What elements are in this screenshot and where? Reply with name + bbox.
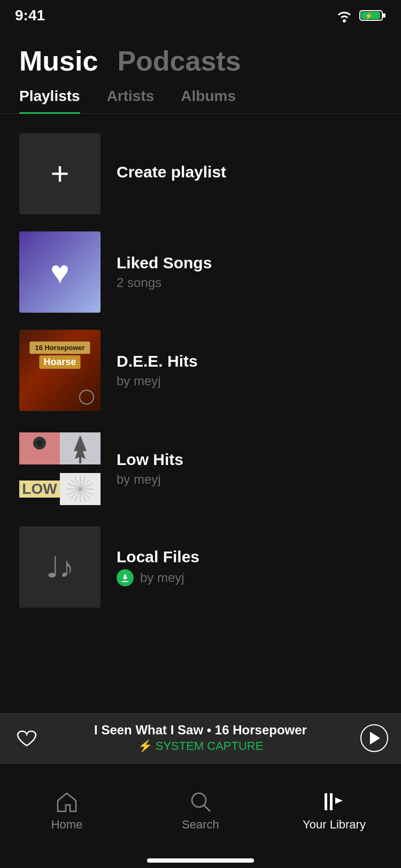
music-note-icon: ♩♪ — [46, 551, 74, 584]
dee-circle-icon — [79, 390, 94, 405]
now-playing-title: I Seen What I Saw • 16 Horsepower — [49, 723, 352, 738]
bottom-nav: Home Search Your Library — [0, 763, 401, 868]
status-icons: ⚡ — [335, 9, 386, 22]
nav-label-home: Home — [51, 818, 83, 832]
download-icon — [120, 572, 130, 583]
svg-rect-21 — [330, 793, 333, 810]
svg-text:⚡: ⚡ — [365, 12, 373, 20]
nav-label-search: Search — [182, 818, 219, 832]
tab-artists[interactable]: Artists — [107, 88, 155, 113]
speaker-icon — [24, 432, 56, 464]
playlist-meta: by meyj — [117, 569, 382, 586]
playlist-meta: by meyj — [117, 472, 382, 487]
svg-point-18 — [192, 793, 206, 807]
local-files-thumb: ♩♪ — [19, 526, 101, 608]
playlist-name: Create playlist — [117, 163, 382, 181]
svg-line-19 — [204, 805, 210, 811]
home-icon — [55, 790, 79, 813]
playlist-name: Low Hits — [117, 451, 382, 469]
list-item[interactable]: LOW Low Hits by meyj — [0, 420, 401, 518]
nav-item-home[interactable]: Home — [0, 781, 134, 832]
starburst-icon — [64, 473, 96, 505]
home-indicator — [147, 858, 254, 863]
playlist-name: D.E.E. Hits — [117, 352, 382, 370]
playlist-meta: 2 songs — [117, 275, 382, 290]
tab-playlists[interactable]: Playlists — [19, 88, 80, 113]
download-badge — [117, 569, 134, 586]
playlist-info: Create playlist — [117, 163, 382, 184]
list-item[interactable]: 16 Horsepower Hoarse D.E.E. Hits by meyj — [0, 321, 401, 420]
now-playing-play-button[interactable] — [360, 724, 388, 752]
tabs-bar: Playlists Artists Albums — [0, 88, 401, 114]
now-playing-info[interactable]: I Seen What I Saw • 16 Horsepower ⚡ SYST… — [49, 723, 352, 753]
playlist-info: D.E.E. Hits by meyj — [117, 352, 382, 389]
library-icon — [322, 790, 346, 813]
now-playing-bar: I Seen What I Saw • 16 Horsepower ⚡ SYST… — [0, 713, 401, 763]
nav-label-library: Your Library — [303, 818, 366, 832]
svg-rect-1 — [383, 13, 385, 18]
status-bar: 9:41 ⚡ — [0, 0, 401, 29]
playlist-name: Local Files — [117, 548, 382, 566]
now-playing-source: ⚡ SYSTEM CAPTURE — [49, 739, 352, 753]
now-playing-heart[interactable] — [13, 724, 41, 752]
playlist-info: Local Files by meyj — [117, 548, 382, 586]
svg-marker-17 — [370, 732, 380, 745]
battery-icon: ⚡ — [359, 9, 386, 22]
dee-hits-thumb: 16 Horsepower Hoarse — [19, 330, 101, 411]
list-item[interactable]: ♩♪ Local Files by meyj — [0, 518, 401, 616]
play-icon — [368, 732, 380, 745]
nav-item-search[interactable]: Search — [134, 781, 267, 832]
plus-icon: + — [50, 158, 69, 190]
nav-item-library[interactable]: Your Library — [267, 781, 401, 832]
heart-outline-icon — [16, 728, 37, 748]
tree-icon — [70, 432, 91, 464]
wifi-icon — [335, 9, 354, 22]
search-icon — [189, 790, 212, 813]
status-time: 9:41 — [15, 7, 45, 24]
heart-icon: ♥ — [50, 254, 70, 291]
liked-songs-thumb: ♥ — [19, 231, 101, 313]
list-item[interactable]: ♥ Liked Songs 2 songs — [0, 223, 401, 321]
header-podcasts[interactable]: Podcasts — [117, 45, 241, 77]
svg-point-5 — [36, 440, 43, 446]
svg-marker-7 — [74, 435, 87, 459]
playlist-list: + Create playlist ♥ Liked Songs 2 songs … — [0, 119, 401, 622]
header-music[interactable]: Music — [19, 45, 98, 77]
header: Music Podcasts — [0, 29, 401, 88]
playlist-info: Liked Songs 2 songs — [117, 254, 382, 290]
tab-albums[interactable]: Albums — [181, 88, 236, 113]
list-item[interactable]: + Create playlist — [0, 125, 401, 223]
create-playlist-thumb: + — [19, 133, 101, 214]
svg-rect-20 — [325, 793, 327, 810]
playlist-meta: by meyj — [117, 374, 382, 389]
playlist-info: Low Hits by meyj — [117, 451, 382, 487]
low-hits-thumb: LOW — [19, 428, 101, 509]
playlist-name: Liked Songs — [117, 254, 382, 272]
